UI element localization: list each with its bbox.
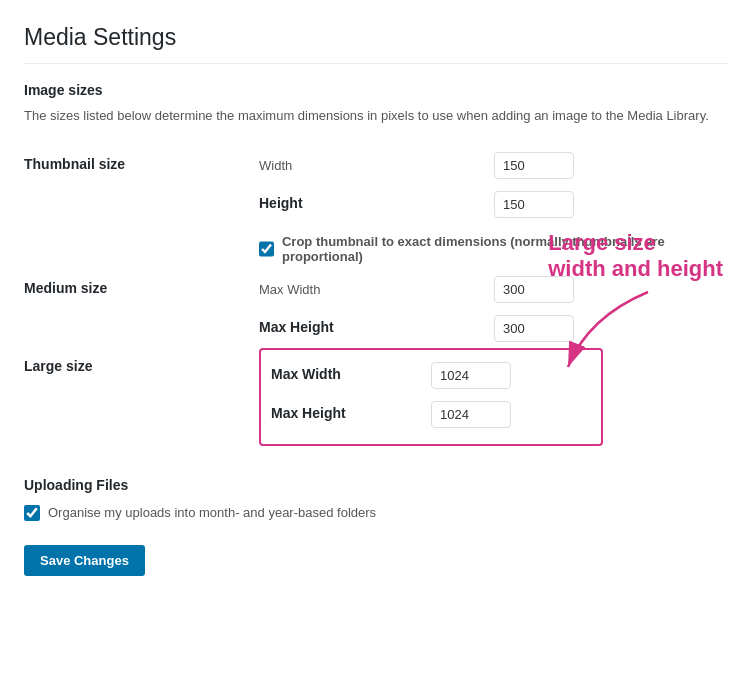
large-width-input[interactable] bbox=[431, 362, 511, 389]
thumbnail-width-input[interactable] bbox=[494, 152, 574, 179]
thumbnail-height-label: Height bbox=[259, 185, 494, 224]
thumbnail-label: Thumbnail size bbox=[24, 146, 259, 270]
settings-table: Thumbnail size Width Height bbox=[24, 146, 729, 449]
large-width-row: Large size Max Width bbox=[24, 348, 729, 449]
medium-label: Medium size bbox=[24, 270, 259, 348]
large-size-highlight-box: Max Width Max Height bbox=[259, 348, 603, 446]
large-height-inner-row: Max Height bbox=[271, 395, 591, 434]
large-max-width-label: Max Width bbox=[271, 356, 431, 395]
thumbnail-crop-label[interactable]: Crop thumbnail to exact dimensions (norm… bbox=[259, 234, 719, 264]
large-inner-table: Max Width Max Height bbox=[271, 356, 591, 434]
large-height-input[interactable] bbox=[431, 401, 511, 428]
thumbnail-crop-checkbox[interactable] bbox=[259, 241, 274, 257]
large-label: Large size bbox=[24, 348, 259, 449]
uploading-heading: Uploading Files bbox=[24, 477, 729, 493]
organise-text: Organise my uploads into month- and year… bbox=[48, 505, 376, 520]
medium-max-width-label: Max Width bbox=[259, 270, 494, 309]
image-sizes-description: The sizes listed below determine the max… bbox=[24, 106, 729, 126]
medium-max-height-label: Max Height bbox=[259, 309, 494, 348]
organise-label[interactable]: Organise my uploads into month- and year… bbox=[24, 505, 729, 521]
medium-height-input[interactable] bbox=[494, 315, 574, 342]
thumbnail-crop-text: Crop thumbnail to exact dimensions (norm… bbox=[282, 234, 719, 264]
large-width-inner-row: Max Width bbox=[271, 356, 591, 395]
save-changes-button[interactable]: Save Changes bbox=[24, 545, 145, 576]
medium-width-row: Medium size Max Width bbox=[24, 270, 729, 309]
thumbnail-width-row: Thumbnail size Width bbox=[24, 146, 729, 185]
thumbnail-height-input[interactable] bbox=[494, 191, 574, 218]
large-max-height-label: Max Height bbox=[271, 395, 431, 434]
image-sizes-section: Image sizes The sizes listed below deter… bbox=[24, 82, 729, 449]
uploading-section: Uploading Files Organise my uploads into… bbox=[24, 477, 729, 521]
medium-width-input[interactable] bbox=[494, 276, 574, 303]
organise-checkbox[interactable] bbox=[24, 505, 40, 521]
image-sizes-heading: Image sizes bbox=[24, 82, 729, 98]
thumbnail-width-label: Width bbox=[259, 146, 494, 185]
page-title: Media Settings bbox=[24, 24, 729, 64]
page-wrapper: Media Settings Image sizes The sizes lis… bbox=[0, 0, 753, 674]
